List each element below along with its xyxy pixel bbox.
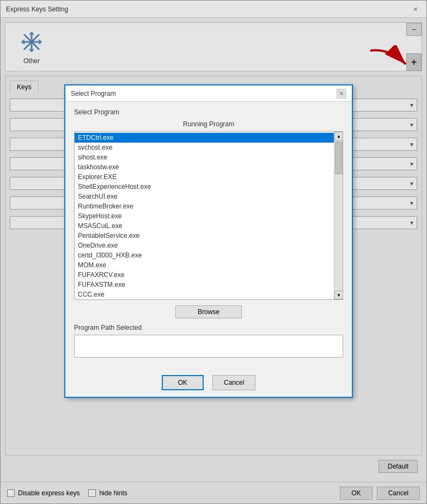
program-list-item[interactable]: SkypeHost.exe: [75, 211, 334, 221]
program-list-container: ETDCtrl.exesvchost.exesihost.exetaskhost…: [74, 131, 343, 300]
program-list-item[interactable]: svchost.exe: [75, 143, 334, 152]
program-list-item[interactable]: OneDrive.exe: [75, 241, 334, 250]
scroll-down-button[interactable]: ▼: [334, 291, 343, 299]
program-list-item[interactable]: FUFAXRCV.exe: [75, 270, 334, 280]
program-list-item[interactable]: MSASCuiL.exe: [75, 221, 334, 231]
program-list-item[interactable]: SearchUI.exe: [75, 192, 334, 201]
modal-close-button[interactable]: ×: [337, 89, 346, 99]
browse-button[interactable]: Browse: [175, 305, 242, 318]
program-list-item[interactable]: PentabletService.exe: [75, 231, 334, 241]
program-list-item[interactable]: FUFAXSTM.exe: [75, 280, 334, 290]
browse-button-area: Browse: [74, 305, 343, 318]
modal-title-bar: Select Program ×: [65, 85, 352, 102]
scroll-track: [334, 140, 343, 291]
program-list-item[interactable]: RuntimeBroker.exe: [75, 201, 334, 211]
program-list-item[interactable]: sihost.exe: [75, 152, 334, 162]
modal-title: Select Program: [71, 90, 116, 97]
select-program-dialog: Select Program × Select Program Running …: [64, 84, 353, 398]
modal-cancel-button[interactable]: Cancel: [212, 375, 255, 390]
modal-overlay: Select Program × Select Program Running …: [0, 0, 427, 504]
program-list-item[interactable]: MOM.exe: [75, 260, 334, 270]
main-window: Express Keys Setting ×: [0, 0, 427, 504]
program-list-item[interactable]: taskhostw.exe: [75, 162, 334, 172]
running-program-label: Running Program: [74, 120, 343, 128]
program-list[interactable]: ETDCtrl.exesvchost.exesihost.exetaskhost…: [75, 132, 334, 299]
program-path-input[interactable]: [74, 335, 343, 358]
modal-body: Select Program Running Program ETDCtrl.e…: [65, 102, 352, 371]
program-list-item[interactable]: Explorer.EXE: [75, 172, 334, 182]
program-list-item[interactable]: certd_I3000_HXB.exe: [75, 250, 334, 260]
scroll-thumb[interactable]: [335, 142, 343, 174]
program-list-item[interactable]: ETDCtrl.exe: [75, 133, 334, 143]
program-list-item[interactable]: CCC.exe: [75, 290, 334, 299]
modal-footer: OK Cancel: [65, 371, 352, 397]
path-section-label: Program Path Selected: [74, 324, 343, 331]
modal-section-label: Select Program: [74, 108, 343, 116]
program-list-item[interactable]: ShellExperienceHost.exe: [75, 182, 334, 192]
scroll-up-button[interactable]: ▲: [334, 132, 343, 140]
scrollbar[interactable]: ▲ ▼: [334, 132, 343, 299]
modal-ok-button[interactable]: OK: [162, 375, 204, 390]
